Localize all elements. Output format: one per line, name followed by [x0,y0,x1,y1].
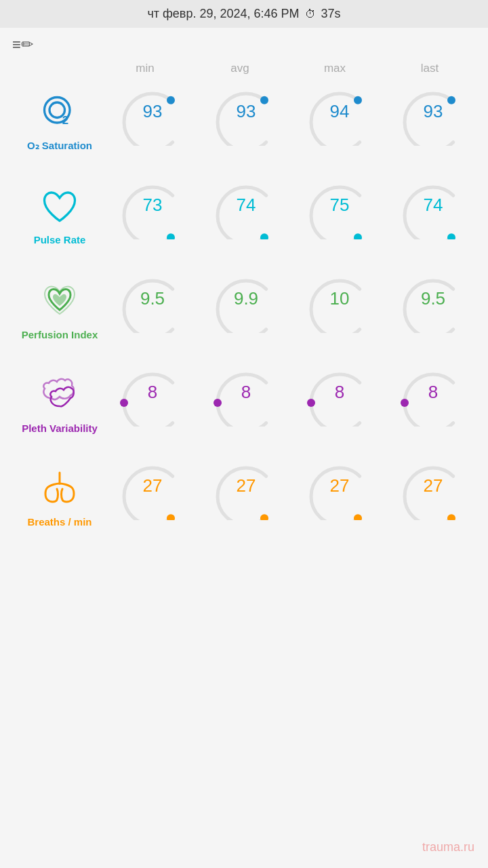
gauge-pleth-avg: 8 [202,366,290,440]
gauge-pleth-min: 8 [108,366,197,440]
gauge-perfusion-min: 9.5 [108,272,197,347]
watermark: trauma.ru [422,840,474,854]
gauge-value-breaths-last: 27 [389,475,477,496]
gauge-pleth-last: 8 [389,366,477,440]
perfusion-icon [38,279,81,325]
metric-row-breaths: Breaths / min 27 27 27 27 [0,452,488,540]
gauge-value-pleth-max: 8 [296,382,384,403]
metric-label-pleth: Pleth Variability [11,372,108,434]
svg-point-23 [447,514,455,520]
svg-point-7 [167,233,175,239]
gauge-value-pulse-min: 73 [108,195,197,216]
gauge-value-pleth-avg: 8 [202,382,290,403]
gauge-o2-last: 93 [389,85,477,159]
metric-gauges-pulse: 73 74 75 74 [108,178,477,253]
gauge-o2-avg: 93 [202,85,290,159]
gauge-value-o2-avg: 93 [202,101,290,122]
metric-row-pulse: Pulse Rate 73 74 75 74 [0,172,488,260]
gauge-breaths-min: 27 [108,459,197,534]
metric-label-pulse: Pulse Rate [11,186,108,245]
metric-row-o2: 2 O₂ Saturation 93 93 94 93 [0,78,488,166]
gauge-pulse-last: 74 [389,178,477,253]
gauge-perfusion-avg: 9.9 [202,272,290,347]
metric-gauges-o2: 93 93 94 93 [108,85,477,159]
svg-text:2: 2 [62,114,68,127]
metric-gauges-perfusion: 9.5 9.9 10 9.5 [108,272,477,347]
o2-icon: 2 [39,92,80,136]
menu-edit-icon[interactable]: ≡✏ [12,36,33,54]
column-headers: min avg max last [0,62,488,75]
svg-point-21 [260,514,268,520]
metric-label-perfusion: Perfusion Index [11,279,108,340]
gauge-breaths-max: 27 [296,459,384,534]
gauge-value-o2-max: 94 [296,101,384,122]
col-header-avg: avg [192,62,287,75]
clock-icon: ⏱ [305,8,316,20]
gauge-value-pulse-avg: 74 [202,195,290,216]
svg-point-9 [354,233,362,239]
gauge-value-pulse-max: 75 [296,195,384,216]
gauge-pulse-min: 73 [108,178,197,253]
svg-point-8 [260,233,268,239]
metric-gauges-breaths: 27 27 27 27 [108,459,477,534]
heart-icon [39,186,80,230]
gauge-value-perfusion-max: 10 [296,288,384,309]
metric-name-pleth: Pleth Variability [22,422,98,434]
gauge-o2-max: 94 [296,85,384,159]
gauge-o2-min: 93 [108,85,197,159]
duration-text: 37s [321,7,341,21]
gauge-value-o2-min: 93 [108,101,197,122]
metric-label-breaths: Breaths / min [11,466,108,528]
gauge-value-pleth-last: 8 [389,382,477,403]
gauge-value-breaths-max: 27 [296,475,384,496]
svg-point-20 [167,514,175,520]
status-bar: чт февр. 29, 2024, 6:46 PM ⏱ 37s [0,0,488,28]
metric-row-pleth: Pleth Variability 8 8 8 8 [0,359,488,447]
col-header-max: max [287,62,382,75]
metric-name-breaths: Breaths / min [27,516,92,528]
gauge-perfusion-max: 10 [296,272,384,347]
metric-gauges-pleth: 8 8 8 8 [108,366,477,440]
toolbar: ≡✏ [0,28,488,62]
metrics-container: 2 O₂ Saturation 93 93 94 93 Pulse Rate 7… [0,78,488,540]
gauge-pulse-max: 75 [296,178,384,253]
gauge-value-breaths-min: 27 [108,475,197,496]
pleth-icon [38,372,81,418]
gauge-value-perfusion-avg: 9.9 [202,288,290,309]
metric-label-o2: 2 O₂ Saturation [11,92,108,152]
col-header-min: min [98,62,192,75]
gauge-value-pleth-min: 8 [108,382,197,403]
svg-point-22 [354,514,362,520]
gauge-value-pulse-last: 74 [389,195,477,216]
gauge-pleth-max: 8 [296,366,384,440]
gauge-value-perfusion-last: 9.5 [389,288,477,309]
lungs-icon [38,466,81,512]
col-header-last: last [382,62,477,75]
metric-name-o2: O₂ Saturation [27,140,92,152]
metric-name-pulse: Pulse Rate [34,234,86,245]
gauge-perfusion-last: 9.5 [389,272,477,347]
metric-row-perfusion: Perfusion Index 9.5 9.9 10 9.5 [0,265,488,353]
metric-name-perfusion: Perfusion Index [22,329,98,340]
gauge-value-o2-last: 93 [389,101,477,122]
gauge-breaths-last: 27 [389,459,477,534]
datetime-text: чт февр. 29, 2024, 6:46 PM [147,7,299,21]
gauge-value-perfusion-min: 9.5 [108,288,197,309]
gauge-value-breaths-avg: 27 [202,475,290,496]
gauge-pulse-avg: 74 [202,178,290,253]
gauge-breaths-avg: 27 [202,459,290,534]
svg-point-10 [447,233,455,239]
